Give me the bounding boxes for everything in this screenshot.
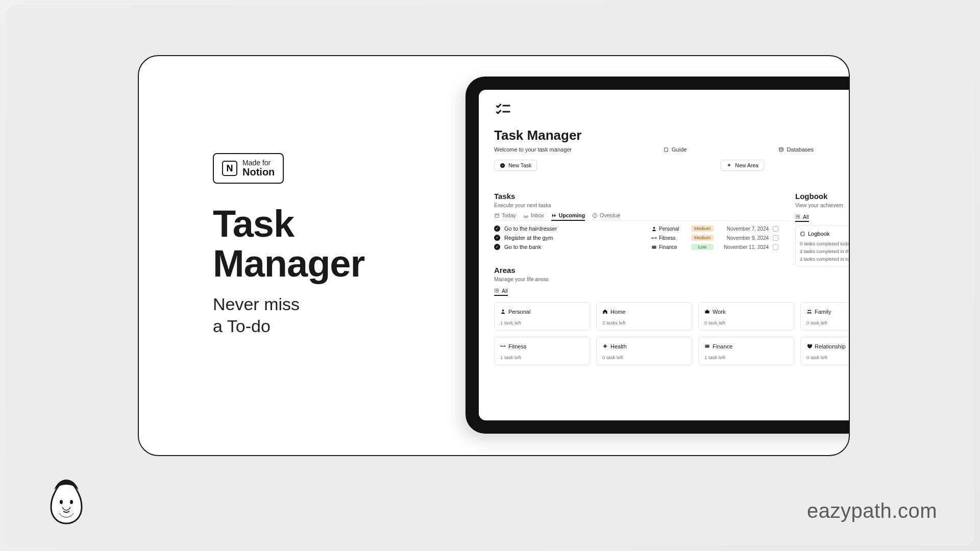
list-icon [795,214,801,219]
tab-today[interactable]: Today [494,212,516,218]
promo-panel: N Made for Notion Task Manager Never mis… [213,153,391,337]
area-count: 2 tasks left [602,320,686,325]
area-card[interactable]: Fitness1 task left [494,337,590,365]
svg-rect-4 [495,214,499,217]
svg-point-2 [779,147,783,148]
logbook-section: Logbook View your achievem All Logbook 0… [795,192,850,266]
promo-title: Task Manager [213,204,391,283]
notion-logo-icon: N [222,161,237,176]
svg-point-18 [796,215,796,215]
check-circle-icon: ✓ [494,235,500,241]
task-row[interactable]: ✓Go to the hairdresserPersonalMediumNove… [494,224,790,233]
task-checkbox[interactable] [773,235,778,241]
person-icon [500,309,506,315]
page-frame: N Made for Notion Task Manager Never mis… [5,5,975,546]
area-card[interactable]: Work0 task left [698,302,794,331]
task-checkbox[interactable] [773,244,778,250]
check-circle-icon: ✓ [494,244,500,250]
task-checkbox[interactable] [773,226,778,232]
area-card[interactable]: Personal1 task left [494,302,590,331]
area-card[interactable]: Home2 tasks left [596,302,692,331]
list-icon [494,288,500,293]
area-name: Family [815,309,831,315]
svg-point-33 [807,310,809,311]
task-area: Finance [651,244,687,250]
page-title: Task Manager [494,128,850,143]
area-card[interactable]: Relationship0 task left [800,337,850,365]
area-name: Fitness [508,343,526,349]
area-count: 1 task left [704,355,788,360]
area-name: Home [610,309,625,315]
tasks-subheading: Execute your next tasks [494,202,790,208]
svg-point-34 [810,310,811,311]
made-for-notion-badge: N Made for Notion [213,153,284,184]
forward-icon [551,213,557,218]
promo-subtitle: Never miss a To-do [213,293,391,337]
author-avatar [45,477,88,525]
area-card[interactable]: Family0 task left [800,302,850,331]
tab-upcoming[interactable]: Upcoming [551,212,585,221]
svg-point-28 [495,289,495,289]
area-count: 1 task left [500,355,584,360]
svg-rect-12 [652,238,655,238]
svg-rect-37 [501,346,504,346]
logbook-heading: Logbook [795,192,850,201]
priority-badge: Medium [691,226,714,232]
areas-tab-all[interactable]: All [494,288,508,296]
area-name: Work [713,309,725,315]
check-circle-icon: ✓ [494,226,500,232]
areas-subheading: Manage your life areas [494,276,850,282]
task-title: Register at the gym [504,235,647,241]
logbook-card[interactable]: Logbook 0 tasks completed toda2 tasks co… [795,225,850,266]
dumbbell-icon [500,343,506,350]
svg-point-29 [495,290,495,291]
alert-icon [592,213,598,218]
svg-rect-41 [705,345,709,346]
people-icon [806,309,812,315]
card-icon [704,343,710,350]
area-count: 1 task left [500,320,584,325]
heart-icon [806,343,812,350]
svg-rect-21 [801,232,804,235]
badge-line1: Made for [242,159,275,166]
task-row[interactable]: ✓Register at the gymFitnessMediumNovembe… [494,233,790,242]
check-circle-icon [500,163,505,168]
svg-point-42 [60,500,63,504]
plus-icon [602,343,608,350]
database-icon [778,147,784,153]
task-area: Fitness [651,235,687,241]
svg-point-19 [796,216,796,217]
tasks-tabs: Today Inbox Upcoming Overdue [494,212,790,221]
area-card[interactable]: Finance1 task left [698,337,794,365]
area-count: 0 task left [704,320,788,325]
areas-section: Areas Manage your life areas All Persona… [494,266,850,365]
svg-point-20 [796,218,796,218]
area-count: 0 task left [806,355,850,360]
guide-link[interactable]: Guide [664,146,687,153]
tab-inbox[interactable]: Inbox [523,212,544,218]
app-logo-icon [494,101,850,121]
svg-rect-35 [501,345,501,347]
svg-point-43 [70,500,73,504]
area-count: 0 task left [602,355,686,360]
home-icon [602,309,608,315]
areas-heading: Areas [494,266,850,274]
task-row[interactable]: ✓Go to the bankFinanceLowNovember 11, 20… [494,242,790,252]
area-name: Relationship [815,343,846,349]
logbook-line: 2 tasks completed in to [800,256,850,262]
svg-rect-36 [505,345,505,347]
new-task-button[interactable]: New Task [494,160,537,171]
svg-rect-11 [656,237,656,239]
databases-link[interactable]: Databases [778,146,814,153]
logbook-tab-all[interactable]: All [795,214,809,222]
tab-overdue[interactable]: Overdue [592,212,620,218]
svg-point-30 [495,292,495,292]
brand-footer: eazypath.com [807,499,937,522]
area-card[interactable]: Health0 task left [596,337,692,365]
logbook-line: 2 tasks completed in th [800,248,850,254]
tasks-section: Tasks Execute your next tasks Today Inbo… [494,192,790,252]
new-area-button[interactable]: New Area [721,160,764,171]
task-title: Go to the hairdresser [504,226,647,232]
area-name: Finance [713,343,732,349]
briefcase-icon [704,309,710,315]
